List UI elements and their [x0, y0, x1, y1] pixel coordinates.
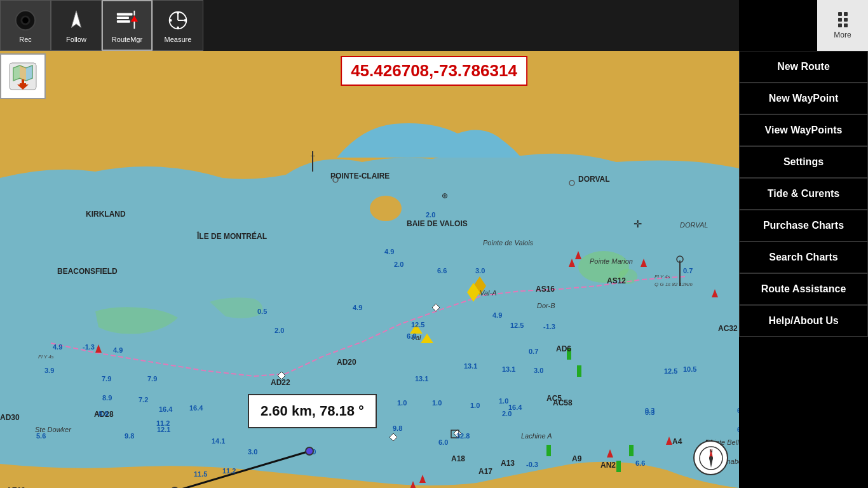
map-label: A18: [451, 454, 465, 463]
map-label: POINTE-CLAIRE: [330, 172, 390, 180]
svg-marker-34: [666, 437, 672, 445]
measure-value: 2.60 km, 78.18 °: [261, 403, 364, 419]
map-label: AC32: [718, 324, 738, 333]
depth-label: 14.1: [212, 437, 225, 445]
rec-button[interactable]: Rec: [0, 0, 51, 51]
depth-label: 32.8: [456, 432, 470, 440]
follow-icon: [64, 8, 89, 33]
download-button[interactable]: [0, 53, 46, 99]
depth-label: 0.7: [529, 348, 538, 355]
rec-label: Rec: [19, 36, 32, 43]
depth-label: 4.9: [53, 343, 62, 351]
coordinates-display: 45.426708,-73.786314: [341, 56, 527, 86]
depth-label: 13.1: [415, 375, 428, 383]
depth-label: 2.0: [275, 327, 284, 334]
depth-label: 2.0: [502, 410, 512, 417]
svg-marker-33: [95, 344, 102, 353]
depth-label: 12.5: [510, 322, 524, 329]
depth-label: 16.4: [508, 403, 522, 411]
routemgr-label: RouteMgr: [112, 36, 142, 43]
depth-label: 11.2: [222, 467, 236, 475]
map-label: DORVAL: [680, 221, 708, 229]
map-label: Dor-B: [537, 302, 555, 309]
depth-label: -0.3: [526, 461, 538, 468]
depth-label: 2.0: [426, 211, 435, 219]
depth-label: 4.9: [492, 311, 502, 319]
map-label: AD22: [271, 378, 290, 387]
map-label: Pointe Marion: [590, 257, 633, 265]
svg-rect-39: [616, 461, 621, 472]
routemgr-button[interactable]: RouteMgr: [102, 0, 153, 51]
download-icon: [7, 60, 39, 92]
waypoint-end: [305, 447, 314, 456]
svg-marker-42: [467, 283, 480, 302]
map-label: BEACONSFIELD: [57, 267, 118, 276]
new-waypoint-button[interactable]: New WayPoint: [739, 83, 868, 114]
depth-label: 0.5: [257, 308, 267, 315]
map-label: Ste Dowker: [35, 426, 71, 433]
depth-label: 0.3: [645, 409, 654, 416]
depth-label: 1.0: [470, 402, 480, 409]
search-charts-button[interactable]: Search Charts: [739, 241, 868, 273]
depth-label: -1.3: [83, 343, 95, 351]
depth-label: 12.1: [157, 426, 170, 433]
map-label: AN2: [600, 461, 616, 470]
depth-label: 0.7: [683, 267, 693, 274]
svg-point-61: [569, 180, 574, 186]
map-label: AC58: [553, 398, 573, 407]
depth-label: 3.0: [248, 448, 257, 456]
svg-point-15: [184, 19, 187, 22]
depth-label: 7.9: [102, 375, 111, 383]
svg-point-17: [177, 27, 179, 29]
svg-point-24: [578, 251, 629, 283]
measure-icon: [165, 8, 191, 33]
settings-button[interactable]: Settings: [739, 146, 868, 178]
depth-label: 0.3: [645, 407, 654, 414]
map-label: AS12: [607, 276, 626, 285]
svg-marker-35: [607, 449, 613, 458]
map-area[interactable]: ✛ ⊕ ⊤ Fl Y 4s Fl Y 4s Q G 1s 82 12Nm: [0, 51, 739, 488]
svg-rect-38: [629, 445, 634, 456]
depth-label: 13.1: [464, 362, 477, 370]
map-label: AD28: [94, 410, 114, 419]
depth-label: 4.9: [384, 248, 394, 255]
depth-label: -1.3: [543, 323, 555, 330]
depth-label: 8.9: [98, 410, 108, 417]
map-canvas: ✛ ⊕ ⊤ Fl Y 4s Fl Y 4s Q G 1s 82 12Nm: [0, 51, 739, 488]
route-assistance-button[interactable]: Route Assistance: [739, 273, 868, 305]
svg-text:Fl Y 4s: Fl Y 4s: [38, 354, 54, 360]
compass-icon: N: [698, 445, 724, 471]
rec-icon: [13, 8, 38, 33]
map-label: A4: [672, 437, 682, 446]
purchase-charts-button[interactable]: Purchase Charts: [739, 210, 868, 241]
depth-label: 9.8: [393, 424, 402, 432]
measure-button[interactable]: Measure: [153, 0, 203, 51]
compass-button[interactable]: N: [693, 440, 728, 475]
svg-point-14: [170, 19, 172, 22]
svg-rect-40: [546, 445, 551, 456]
depth-label: 13.1: [502, 365, 515, 373]
svg-rect-6: [117, 17, 129, 19]
map-label: Val-A: [480, 289, 497, 297]
depth-label: 6.0: [438, 438, 448, 446]
map-label: Pointe de Valois: [483, 239, 533, 247]
svg-rect-36: [567, 348, 571, 360]
svg-marker-32: [410, 481, 416, 488]
more-button[interactable]: More: [817, 0, 868, 51]
depth-label: 7.9: [147, 375, 157, 383]
svg-rect-37: [577, 365, 581, 377]
svg-text:⊤: ⊤: [310, 154, 316, 161]
map-label: DORVAL: [578, 175, 610, 184]
svg-marker-28: [569, 259, 575, 267]
help-about-button[interactable]: Help/About Us: [739, 305, 868, 337]
follow-button[interactable]: Follow: [51, 0, 102, 51]
more-icon: [838, 12, 848, 27]
view-waypoints-button[interactable]: View WayPoints: [739, 114, 868, 146]
depth-label: 6.6: [437, 267, 447, 274]
map-label: AD6: [556, 344, 571, 353]
tide-currents-button[interactable]: Tide & Curents: [739, 178, 868, 210]
svg-rect-22: [22, 79, 24, 85]
svg-rect-7: [117, 20, 130, 23]
depth-label: 3.9: [44, 367, 54, 374]
new-route-button[interactable]: New Route: [739, 51, 868, 83]
